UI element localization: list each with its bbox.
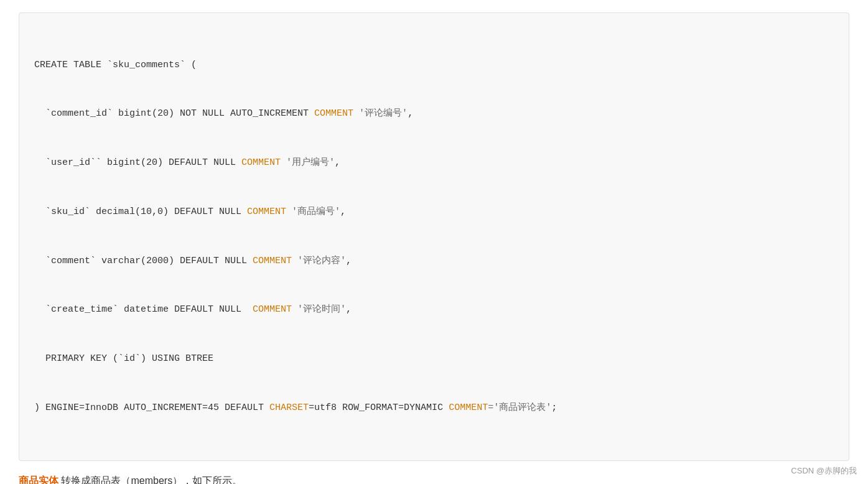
description-text: 转换成商品表（members），如下所示。: [58, 475, 242, 485]
code-line-b1l5: `comment` varchar(2000) DEFAULT NULL COM…: [34, 253, 834, 269]
code-line-b1l8: ) ENGINE=InnoDB AUTO_INCREMENT=45 DEFAUL…: [34, 400, 834, 416]
charset-keyword: CHARSET: [269, 403, 309, 413]
comment-keyword: COMMENT: [314, 108, 353, 119]
description-prefix: 商品实体: [19, 475, 58, 485]
comment-keyword: COMMENT: [241, 157, 281, 168]
string-val: ='商品评论表': [488, 403, 551, 413]
page-container: CREATE TABLE `sku_comments` ( `comment_i…: [0, 0, 868, 484]
description-line: 商品实体 转换成商品表（members），如下所示。: [19, 472, 849, 485]
comment-keyword: COMMENT: [253, 256, 292, 266]
watermark: CSDN @赤脚的我: [791, 465, 857, 477]
code-line-b1l3: `user_id`` bigint(20) DEFAULT NULL COMME…: [34, 155, 834, 171]
comment-keyword: COMMENT: [253, 304, 292, 315]
string-val: '用户编号': [286, 157, 335, 168]
code-line-b1l7: PRIMARY KEY (`id`) USING BTREE: [34, 351, 834, 367]
comment-keyword: COMMENT: [247, 207, 286, 217]
string-val: '评论内容': [297, 256, 346, 266]
code-block-1: CREATE TABLE `sku_comments` ( `comment_i…: [19, 12, 849, 461]
code-line-b1l6: `create_time` datetime DEFAULT NULL COMM…: [34, 302, 834, 318]
code-line-b1l2: `comment_id` bigint(20) NOT NULL AUTO_IN…: [34, 106, 834, 122]
code-line-b1l1: CREATE TABLE `sku_comments` (: [34, 57, 834, 73]
code-line-b1l4: `sku_id` decimal(10,0) DEFAULT NULL COMM…: [34, 204, 834, 220]
string-val: '商品编号': [292, 207, 340, 217]
string-val: '评论时间': [297, 304, 346, 315]
string-val: '评论编号': [359, 108, 408, 119]
comment-keyword: COMMENT: [449, 403, 488, 413]
